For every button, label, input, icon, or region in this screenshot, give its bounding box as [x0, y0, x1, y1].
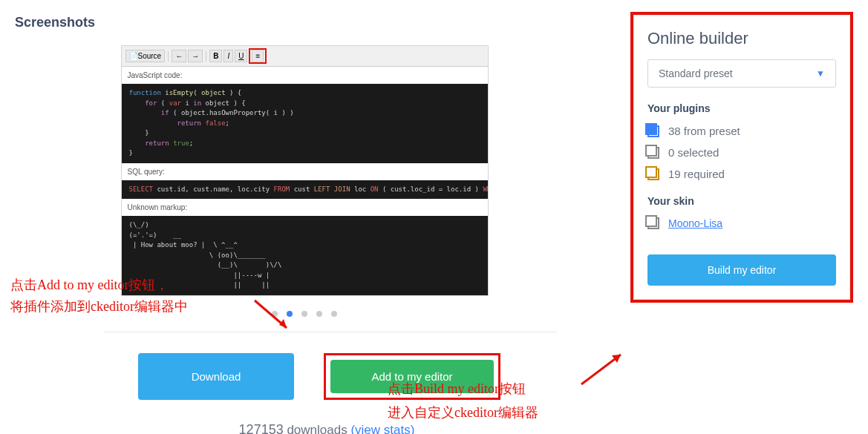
build-editor-button[interactable]: Build my editor — [647, 254, 836, 286]
sql-label: SQL query: — [122, 163, 488, 180]
builder-card: Online builder Standard preset ▼ Your pl… — [633, 15, 850, 300]
preset-value: Standard preset — [659, 68, 733, 79]
italic-button[interactable]: I — [223, 50, 233, 62]
svg-marker-1 — [279, 319, 287, 328]
skin-heading: Your skin — [647, 195, 836, 207]
sidebar-highlight: Online builder Standard preset ▼ Your pl… — [630, 12, 853, 303]
plugin-selected-row: 0 selected — [647, 146, 836, 159]
arrow-icon — [578, 349, 630, 389]
skin-icon — [647, 217, 659, 229]
download-button[interactable]: Download — [138, 353, 294, 400]
required-count-icon — [647, 168, 659, 180]
arrow-icon — [251, 297, 296, 338]
sidebar: Online builder Standard preset ▼ Your pl… — [630, 15, 853, 434]
redo-button[interactable]: → — [188, 50, 203, 62]
skin-row: Moono-Lisa — [647, 217, 836, 229]
plugin-preset-row: 38 from preset — [647, 125, 836, 137]
carousel-dot[interactable] — [301, 311, 307, 317]
downloads-count: 127153 — [239, 422, 284, 435]
screenshot-carousel: 📄 Source ← → B I U ≡ JavaScript code: fu… — [15, 45, 594, 296]
selected-count-icon — [647, 147, 659, 159]
divider — [104, 332, 557, 332]
js-label: JavaScript code: — [122, 67, 488, 84]
skin-link[interactable]: Moono-Lisa — [668, 217, 722, 229]
screenshot-image: 📄 Source ← → B I U ≡ JavaScript code: fu… — [121, 45, 489, 296]
undo-button[interactable]: ← — [172, 50, 186, 62]
underline-button[interactable]: U — [235, 50, 247, 62]
editor-toolbar: 📄 Source ← → B I U ≡ — [122, 46, 488, 67]
plugins-heading: Your plugins — [647, 102, 836, 114]
preset-count-icon — [647, 125, 659, 137]
screenshots-heading: Screenshots — [15, 15, 594, 30]
bold-button[interactable]: B — [209, 50, 222, 62]
builder-title: Online builder — [647, 29, 836, 48]
code-snippet-button[interactable]: ≡ — [252, 50, 264, 62]
sql-code-block: SELECT cust.id, cust.name, loc.city FROM… — [122, 180, 488, 200]
chevron-down-icon: ▼ — [816, 68, 825, 79]
source-button[interactable]: 📄 Source — [125, 50, 166, 62]
js-code-block: function isEmpty( object ) { for ( var i… — [122, 84, 488, 163]
annotation-build-editor: 点击Build my editor按钮 进入自定义ckeditor编辑器 — [388, 377, 538, 425]
unknown-label: Unknown markup: — [122, 199, 488, 216]
carousel-dot[interactable] — [316, 311, 322, 317]
plugin-required-row: 19 required — [647, 168, 836, 180]
code-snippet-highlight: ≡ — [249, 48, 267, 64]
preset-dropdown[interactable]: Standard preset ▼ — [647, 59, 836, 88]
carousel-dot[interactable] — [331, 311, 337, 317]
annotation-add-editor: 点击Add to my editor按钮， 将插件添加到ckeditor编辑器中 — [10, 274, 188, 318]
